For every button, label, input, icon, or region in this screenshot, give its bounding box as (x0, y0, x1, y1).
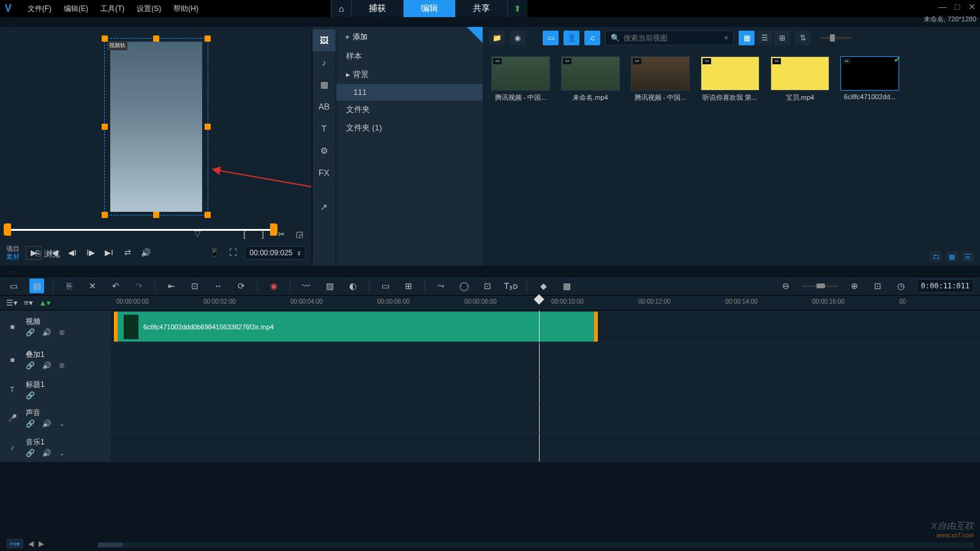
volume-icon[interactable]: 🔊 (140, 247, 152, 259)
filter-photo-icon[interactable]: 👤 (564, 31, 579, 45)
menu-settings[interactable]: 设置(S) (130, 4, 167, 14)
track-lane[interactable] (110, 343, 980, 376)
expand-icon[interactable]: ⌄ (59, 419, 65, 428)
trim-marker[interactable]: ▽ (194, 228, 201, 238)
home-tab[interactable]: ⌂ (331, 0, 351, 17)
media-thumb[interactable]: ▭听说你喜欢我 第... (701, 56, 760, 102)
scroll-left-icon[interactable]: ◀ (28, 539, 34, 548)
edit-tab[interactable]: 编辑 (403, 0, 455, 17)
link-icon[interactable]: 🔗 (26, 449, 35, 457)
motion-icon[interactable]: ⤳ (434, 279, 448, 293)
clear-search-icon[interactable]: × (724, 34, 728, 42)
media-thumb[interactable]: ▭腾讯视频 - 中国... (631, 56, 690, 102)
import-icon[interactable]: 📁 (489, 31, 505, 45)
mask-icon[interactable]: ◆ (536, 279, 551, 293)
search-input[interactable] (624, 34, 720, 42)
preview-mode-toggle[interactable]: 项目 素材 (6, 245, 20, 261)
crop-icon[interactable]: ◲ (293, 228, 306, 240)
copy-icon[interactable]: ⎘ (62, 279, 77, 293)
maximize-button[interactable]: □ (953, 2, 962, 11)
view-thumb-icon[interactable]: ▦ (739, 31, 755, 45)
timeline-scrollbar[interactable] (98, 542, 974, 547)
3d-text-icon[interactable]: T₃ᴅ (503, 279, 518, 293)
fx-category-icon[interactable]: FX (312, 162, 336, 184)
track-insert-icon[interactable]: ▲▾ (39, 298, 51, 307)
menu-tools[interactable]: 工具(T) (94, 4, 130, 14)
menu-edit[interactable]: 编辑(E) (58, 4, 94, 14)
menu-help[interactable]: 帮助(H) (167, 4, 205, 14)
grid-icon[interactable]: ⊞ (401, 279, 416, 293)
scroll-right-icon[interactable]: ▶ (39, 539, 44, 548)
goto-end-icon[interactable]: ▶I (103, 247, 115, 259)
next-frame-icon[interactable]: I▶ (85, 247, 97, 259)
resize-handle[interactable] (153, 36, 159, 42)
tree-background[interactable]: ▸ 背景 (336, 66, 483, 84)
loop-icon[interactable]: ⇄ (121, 247, 134, 259)
trim-bar[interactable]: ▽ (6, 223, 275, 235)
track-header[interactable]: ■ 叠加1 🔗🔊⊗ (0, 343, 110, 376)
minimize-button[interactable]: — (938, 2, 947, 11)
media-thumb[interactable]: ▭未命名.mp4 (561, 56, 620, 102)
tree-folder-111[interactable]: 111 (336, 84, 483, 100)
lock-icon[interactable]: ⊗ (59, 328, 65, 337)
browse-button[interactable]: ⎘ 浏览 (29, 246, 66, 262)
pin-icon[interactable] (467, 27, 483, 43)
track-header[interactable]: T 标题1 🔗 (0, 377, 110, 403)
track-icon[interactable]: ◯ (457, 279, 472, 293)
filter-audio-icon[interactable]: ♫ (584, 31, 600, 45)
video-clip[interactable]: 6c8fc471002ddd0b6984156338276f2e.mp4 (114, 312, 598, 342)
transition-category-icon[interactable]: ▦ (312, 73, 336, 96)
mute-icon[interactable]: 🔊 (42, 449, 51, 457)
stabilize-icon[interactable]: ⊡ (480, 279, 495, 293)
undo-icon[interactable]: ↶ (108, 279, 123, 293)
track-lane[interactable] (110, 377, 980, 403)
upload-tab[interactable]: ⬆ (507, 0, 527, 17)
menu-file[interactable]: 文件(F) (21, 4, 58, 14)
track-add-icon[interactable]: ≡▾ (24, 298, 33, 307)
sort-icon[interactable]: ⇅ (795, 31, 811, 45)
fit-all-icon[interactable]: ⊡ (870, 279, 885, 293)
color-icon[interactable]: ◉ (266, 279, 281, 293)
view-list-icon[interactable]: ☰ (756, 31, 772, 45)
link-icon[interactable]: 🔗 (26, 391, 35, 400)
rotate-icon[interactable]: ⟳ (234, 279, 249, 293)
split-icon[interactable]: ✂ (275, 228, 287, 240)
track-lane[interactable] (110, 433, 980, 462)
audio-category-icon[interactable]: ♪ (312, 51, 336, 73)
track-header[interactable]: 🎤 声音 🔗🔊⌄ (0, 403, 110, 432)
track-header[interactable]: ■ 视频 🔗🔊⊗ (0, 310, 110, 343)
view-grid-icon[interactable]: ⊞ (774, 31, 790, 45)
link-icon[interactable]: 🔗 (26, 361, 35, 370)
panel-icon[interactable]: ▦ (946, 251, 958, 262)
goto-icon[interactable]: ⇤ (164, 279, 179, 293)
trim-in-handle[interactable] (4, 223, 11, 236)
mark-in-icon[interactable]: [ (238, 228, 251, 240)
resize-handle[interactable] (205, 124, 211, 130)
crop-frame[interactable]: 视频轨 (104, 38, 208, 216)
mark-out-icon[interactable]: ] (257, 228, 269, 240)
link-icon[interactable]: 🔗 (26, 419, 35, 428)
audio-adjust-icon[interactable]: 〰 (299, 279, 314, 293)
chroma-icon[interactable]: ▩ (559, 279, 574, 293)
folder-open-icon[interactable]: 🗀 (930, 251, 942, 262)
resize-handle[interactable] (205, 36, 211, 42)
zoom-slider[interactable] (802, 285, 839, 287)
list-icon[interactable]: ☰ (962, 251, 974, 262)
fit-icon[interactable]: ⊡ (187, 279, 202, 293)
close-button[interactable]: ✕ (968, 2, 976, 11)
resize-handle[interactable] (205, 212, 211, 218)
video-adjust-icon[interactable]: ▨ (322, 279, 337, 293)
device-icon[interactable]: 📱 (208, 247, 221, 259)
media-thumb[interactable]: ▭✔6c8fc471002dd... (840, 56, 899, 102)
mute-icon[interactable]: 🔊 (42, 328, 51, 337)
expand-icon[interactable]: ⌄ (59, 449, 65, 457)
panel-grip[interactable]: :::::: (0, 268, 980, 276)
preview-timecode[interactable]: 00:00:09:025 ⇕ (245, 246, 306, 260)
tools-icon[interactable]: ✕ (85, 279, 100, 293)
tree-folder-1[interactable]: 文件夹 (1) (336, 119, 483, 137)
media-category-icon[interactable]: 🖼 (312, 29, 336, 51)
path-category-icon[interactable]: ↗ (312, 196, 336, 218)
tree-folder[interactable]: 文件夹 (336, 100, 483, 119)
filter-category-icon[interactable]: ⚙ (312, 140, 336, 162)
split-icon[interactable]: ↔ (211, 279, 225, 293)
